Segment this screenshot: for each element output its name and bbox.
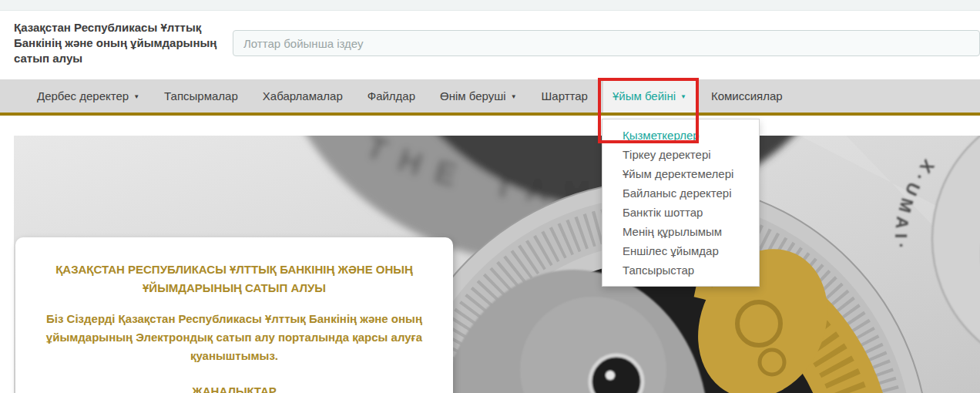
welcome-card: ҚАЗАҚСТАН РЕСПУБЛИКАСЫ ҰЛТТЫҚ БАНКІНІҢ Ж… xyxy=(15,237,453,393)
org-profile-dropdown: Қызметкерлер Тіркеу деректері Ұйым дерек… xyxy=(602,119,760,287)
nav-item-org-profile[interactable]: Ұйым бейіні ▼ Қызметкерлер Тіркеу дерект… xyxy=(603,79,696,113)
nav-item-label: Комиссиялар xyxy=(711,89,783,102)
nav-item-files[interactable]: Файлдар xyxy=(358,79,425,113)
nav-item-label: Өнім беруші xyxy=(440,89,506,102)
nav-item-label: Хабарламалар xyxy=(263,89,343,102)
dropdown-item-orders[interactable]: Тапсырыстар xyxy=(602,260,759,280)
chevron-down-icon: ▼ xyxy=(133,94,139,100)
nav-item-label: Ұйым бейіні xyxy=(612,89,676,102)
nav-item-contracts[interactable]: Шарттар xyxy=(532,79,597,113)
dropdown-item-org-details[interactable]: Ұйым деректемелері xyxy=(602,164,759,183)
nav-item-label: Дербес деректер xyxy=(37,89,129,102)
nav-item-commissions[interactable]: Комиссиялар xyxy=(702,79,792,113)
dropdown-item-employees[interactable]: Қызметкерлер xyxy=(602,126,759,145)
search-input[interactable] xyxy=(233,30,980,56)
nav-item-notifications[interactable]: Хабарламалар xyxy=(253,79,352,113)
top-strip xyxy=(0,0,980,11)
dropdown-item-bank-accounts[interactable]: Банктік шоттар xyxy=(602,203,759,222)
dropdown-item-registration-data[interactable]: Тіркеу деректері xyxy=(602,145,759,164)
dropdown-item-contact-data[interactable]: Байланыс деректері xyxy=(602,183,759,203)
nav-item-label: Шарттар xyxy=(542,89,588,102)
chevron-down-icon: ▼ xyxy=(680,94,686,100)
dropdown-item-my-structure[interactable]: Менің құрылымым xyxy=(602,222,759,241)
news-heading: ЖАҢАЛЫҚТАР xyxy=(39,382,430,393)
dropdown-item-subsidiaries[interactable]: Еншілес ұйымдар xyxy=(602,241,759,260)
nav-item-supplier[interactable]: Өнім беруші ▼ xyxy=(431,79,526,113)
main-navbar: Дербес деректер ▼ Тапсырмалар Хабарламал… xyxy=(0,79,980,116)
site-title[interactable]: Қазақстан Республикасы Ұлттық Банкінің ж… xyxy=(14,20,223,66)
welcome-title: ҚАЗАҚСТАН РЕСПУБЛИКАСЫ ҰЛТТЫҚ БАНКІНІҢ Ж… xyxy=(39,260,430,297)
nav-item-label: Тапсырмалар xyxy=(164,89,238,102)
nav-item-personal-data[interactable]: Дербес деректер ▼ xyxy=(28,79,149,113)
nav-item-tasks[interactable]: Тапсырмалар xyxy=(155,79,247,113)
welcome-text: Біз Сіздерді Қазақстан Республикасы Ұлтт… xyxy=(39,310,430,365)
nav-item-label: Файлдар xyxy=(368,89,415,102)
chevron-down-icon: ▼ xyxy=(511,94,517,100)
